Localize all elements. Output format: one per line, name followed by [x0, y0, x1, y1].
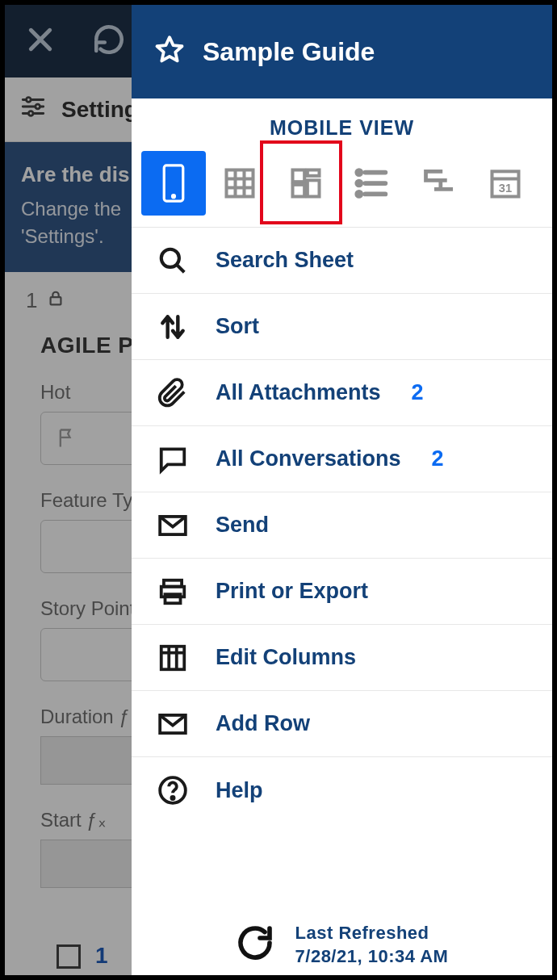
view-calendar-icon[interactable]: 31 [473, 151, 538, 216]
lock-icon [47, 288, 65, 313]
view-grid-icon[interactable] [207, 151, 272, 216]
panel-title: Sample Guide [203, 37, 375, 67]
svg-point-2 [28, 111, 33, 116]
menu-edit-columns[interactable]: Edit Columns [132, 625, 552, 691]
star-icon[interactable] [154, 35, 185, 69]
panel-menu: Search Sheet Sort All Attachments 2 All … [132, 228, 552, 898]
menu-attachments[interactable]: All Attachments 2 [132, 360, 552, 426]
menu-label: Search Sheet [216, 248, 354, 273]
refresh-icon [236, 923, 274, 965]
sliders-icon [19, 93, 47, 126]
view-mobile-icon[interactable] [141, 151, 206, 216]
side-panel: Sample Guide MOBILE VIEW 31 [132, 5, 552, 975]
menu-sort[interactable]: Sort [132, 294, 552, 360]
svg-rect-20 [165, 594, 181, 603]
bottom-number: 1 [95, 943, 108, 969]
svg-rect-6 [227, 170, 253, 197]
help-icon [156, 775, 190, 806]
conversations-badge: 2 [432, 446, 444, 471]
svg-point-13 [357, 192, 361, 196]
row-number-value: 1 [26, 288, 37, 313]
menu-label: Sort [216, 314, 259, 339]
svg-point-5 [173, 195, 175, 198]
menu-label: All Attachments [216, 380, 381, 405]
mobile-view-label: MOBILE VIEW [132, 98, 552, 151]
attachments-badge: 2 [412, 380, 424, 405]
menu-label: Add Row [216, 711, 310, 736]
refresh-icon[interactable] [92, 23, 126, 60]
refresh-area[interactable]: Last Refreshed 7/28/21, 10:34 AM [132, 898, 552, 975]
menu-print-export[interactable]: Print or Export [132, 559, 552, 625]
menu-label: Print or Export [216, 579, 368, 604]
menu-conversations[interactable]: All Conversations 2 [132, 426, 552, 492]
print-icon [156, 576, 190, 607]
svg-point-24 [171, 797, 174, 799]
menu-label: All Conversations [216, 446, 401, 471]
refresh-timestamp: 7/28/21, 10:34 AM [295, 944, 449, 969]
checkbox-icon[interactable] [57, 944, 81, 969]
svg-point-0 [27, 98, 31, 103]
svg-point-12 [357, 182, 361, 186]
send-icon [156, 510, 190, 541]
view-card-icon[interactable] [274, 151, 338, 216]
svg-point-11 [357, 170, 361, 174]
close-icon[interactable] [24, 23, 57, 59]
columns-icon [156, 643, 190, 673]
panel-header: Sample Guide [132, 5, 552, 98]
sort-icon [156, 312, 190, 342]
refresh-label: Last Refreshed [295, 921, 449, 945]
svg-rect-8 [293, 185, 305, 197]
menu-add-row[interactable]: Add Row [132, 691, 552, 757]
svg-rect-9 [308, 170, 320, 176]
menu-send[interactable]: Send [132, 492, 552, 559]
view-gantt-icon[interactable] [407, 151, 471, 216]
conversation-icon [156, 444, 190, 475]
svg-rect-10 [308, 180, 320, 196]
menu-label: Help [216, 778, 263, 803]
view-list-icon[interactable] [341, 151, 405, 216]
add-row-icon [156, 709, 190, 739]
search-icon [156, 245, 190, 276]
svg-rect-21 [161, 646, 185, 669]
menu-label: Send [216, 513, 269, 538]
view-icon-row: 31 [132, 151, 552, 228]
attachment-icon [156, 378, 190, 408]
menu-label: Edit Columns [216, 645, 356, 670]
svg-text:31: 31 [499, 182, 512, 195]
svg-rect-7 [293, 170, 305, 182]
menu-search-sheet[interactable]: Search Sheet [132, 228, 552, 294]
svg-point-1 [36, 104, 40, 109]
menu-help[interactable]: Help [132, 757, 552, 823]
svg-rect-3 [51, 297, 61, 304]
svg-point-16 [161, 249, 179, 266]
